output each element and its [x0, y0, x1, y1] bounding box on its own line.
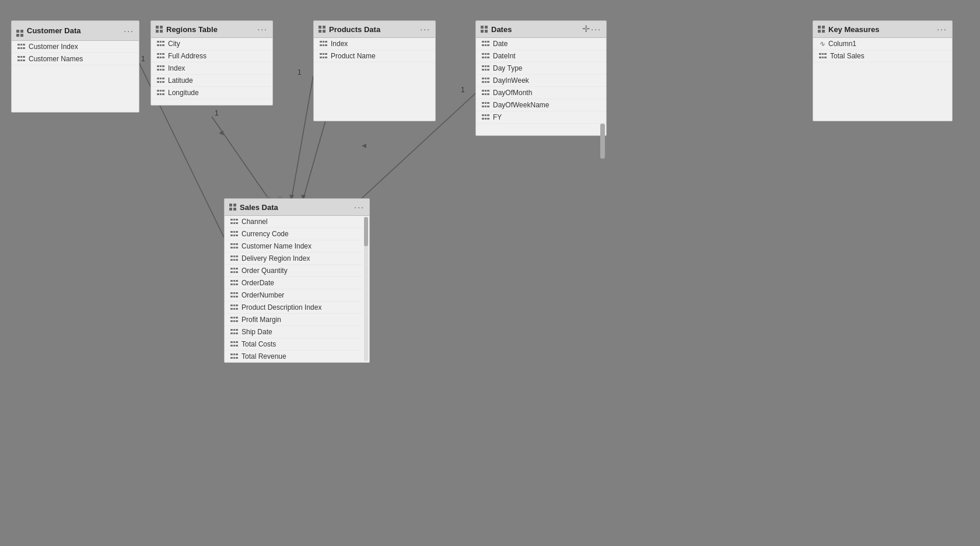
move-handle-icon: ✛ [582, 23, 590, 34]
field-ship-date: Ship Date [225, 326, 362, 338]
svg-marker-25 [362, 144, 366, 148]
customer-data-table: Customer Data ··· Customer Index Custome… [11, 20, 139, 113]
sales-data-menu[interactable]: ··· [354, 202, 365, 212]
sigma-icon: ∿ [819, 40, 825, 48]
regions-table-title: Regions Table [166, 25, 218, 34]
table-grid-icon [16, 24, 23, 37]
customer-data-header[interactable]: Customer Data ··· [12, 21, 139, 41]
products-data-table: Products Data ··· Index Product Name [313, 20, 436, 121]
key-measures-table: Key Measures ··· ∿ Column1 Total Sales [813, 20, 953, 121]
field-products-index: Index [314, 38, 435, 50]
products-data-header[interactable]: Products Data ··· [314, 21, 435, 38]
svg-text:1: 1 [215, 109, 219, 117]
field-product-description-index: Product Description Index [225, 302, 362, 314]
svg-line-6 [292, 76, 313, 198]
svg-text:1: 1 [141, 55, 145, 63]
field-customer-names: Customer Names [12, 53, 139, 65]
field-total-costs: Total Costs [225, 338, 362, 351]
field-profit-margin: Profit Margin [225, 314, 362, 326]
field-fy: FY [476, 111, 606, 124]
dates-title: Dates [491, 25, 512, 34]
field-dayinweek: DayInWeek [476, 75, 606, 87]
field-total-revenue: Total Revenue [225, 351, 362, 362]
field-full-address: Full Address [151, 50, 272, 62]
field-ordernumber: OrderNumber [225, 289, 362, 302]
field-day-type: Day Type [476, 62, 606, 75]
customer-data-menu[interactable]: ··· [124, 26, 134, 36]
field-dateint: DateInt [476, 50, 606, 62]
field-dayofweekname: DayOfWeekName [476, 99, 606, 111]
dates-menu[interactable]: ··· [591, 24, 601, 34]
regions-table-header[interactable]: Regions Table ··· [151, 21, 272, 38]
svg-marker-22 [219, 131, 223, 135]
svg-line-2 [212, 117, 268, 198]
field-index: Index [151, 62, 272, 75]
key-measures-header[interactable]: Key Measures ··· [813, 21, 952, 38]
sales-data-title: Sales Data [240, 203, 278, 212]
field-product-name: Product Name [314, 50, 435, 62]
key-measures-title: Key Measures [828, 25, 879, 34]
sales-data-table: Sales Data ··· Channel Currency Code Cus… [224, 198, 370, 363]
field-order-quantity: Order Quantity [225, 265, 362, 277]
field-dayofmonth: DayOfMonth [476, 87, 606, 99]
field-column1: ∿ Column1 [813, 38, 952, 50]
regions-table-card: Regions Table ··· City Full Address Inde… [150, 20, 273, 106]
svg-text:1: 1 [461, 86, 465, 94]
svg-text:1: 1 [298, 68, 302, 76]
sales-data-header[interactable]: Sales Data ··· [225, 199, 369, 216]
dates-table: Dates ✛ ··· Date DateInt Day Type DayInW… [475, 20, 607, 136]
field-customer-name-index: Customer Name Index [225, 240, 362, 253]
dates-header[interactable]: Dates ✛ ··· [476, 21, 606, 38]
regions-table-menu[interactable]: ··· [257, 24, 268, 34]
field-latitude: Latitude [151, 75, 272, 87]
field-currency-code: Currency Code [225, 228, 362, 240]
key-measures-menu[interactable]: ··· [937, 24, 947, 34]
field-channel: Channel [225, 216, 362, 228]
field-longitude: Longitude [151, 87, 272, 99]
field-city: City [151, 38, 272, 50]
field-customer-index: Customer Index [12, 41, 139, 53]
products-data-title: Products Data [329, 25, 380, 34]
field-total-sales: Total Sales [813, 50, 952, 62]
field-date: Date [476, 38, 606, 50]
field-orderdate: OrderDate [225, 277, 362, 289]
products-data-menu[interactable]: ··· [420, 24, 430, 34]
field-delivery-region-index: Delivery Region Index [225, 253, 362, 265]
customer-data-title: Customer Data [27, 26, 80, 35]
